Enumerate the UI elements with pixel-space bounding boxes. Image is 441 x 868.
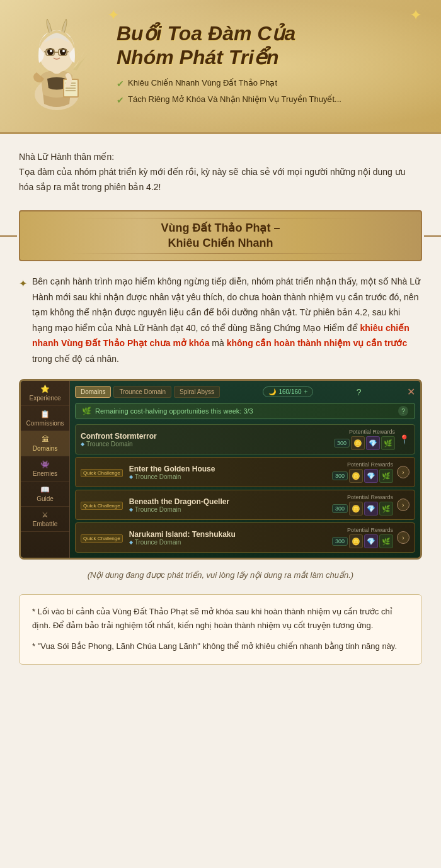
reward-icon-gem-2: 💎 [364, 502, 378, 516]
sidebar-item-experience[interactable]: ⭐ Experience [21, 381, 69, 406]
section-header-1: Vùng Đất Thảo Phạt – Khiêu Chiến Nhanh [19, 210, 422, 261]
sparkle-right-icon: ✦ [410, 6, 422, 24]
cost-banner: 🌿 Remaining cost-halving opportunities t… [75, 403, 415, 419]
domain-info-3: Narukami Island: Tenshukaku ◆ Trounce Do… [129, 530, 328, 546]
hp-bar: 🌙 160/160 + [263, 386, 313, 397]
domain-rewards-2: Potential Rewards 300 🪙 💎 🌿 [332, 494, 393, 516]
reward-icon-leaf-0: 🌿 [381, 436, 395, 450]
domains-icon: 🏛 [23, 435, 67, 444]
domain-item-2[interactable]: Quick Challenge Beneath the Dragon-Quell… [75, 490, 415, 520]
svg-point-6 [62, 50, 65, 52]
reward-icon-coin-0: 🪙 [351, 436, 365, 450]
reward-icon-gem-3: 💎 [364, 534, 378, 548]
reward-icon-gem-1: 💎 [364, 469, 378, 483]
domain-item-0[interactable]: Confront Stormterror ◆ Trounce Domain Po… [75, 424, 415, 454]
red-text-2: không cần hoàn thành nhiệm vụ cần trước [227, 338, 408, 348]
domain-sub-3: ◆ Trounce Domain [129, 539, 328, 546]
domain-sub-0: ◆ Trounce Domain [81, 441, 330, 448]
svg-point-2 [39, 35, 74, 72]
intro-body: Tọa đàm của nhóm phát triển kỳ mới đến r… [19, 165, 422, 195]
sparkle-left-icon: ✦ [107, 6, 120, 24]
commissions-icon: 📋 [23, 410, 67, 419]
domain-sub-2: ◆ Trounce Domain [129, 506, 328, 513]
hp-value: 160/160 [278, 388, 301, 395]
cost-question-icon[interactable]: ? [398, 406, 408, 416]
sidebar-item-guide[interactable]: 📖 Guide [21, 482, 69, 507]
sidebar-item-embattle[interactable]: ⚔ Embattle [21, 507, 69, 532]
arrow-button-2[interactable]: › [397, 499, 410, 511]
game-header-bar: Domains Trounce Domain Spiral Abyss 🌙 16… [75, 386, 415, 398]
help-button[interactable]: ? [357, 387, 362, 397]
cost-icon: 🌿 [82, 407, 91, 415]
sub-diamond-icon-2: ◆ [129, 507, 133, 512]
header-bullets: ✔ Khiêu Chiến Nhanh Vùng Đất Thảo Phạt ✔… [117, 77, 428, 107]
quick-badge-1: Quick Challenge [81, 469, 123, 477]
reward-icon-leaf-2: 🌿 [379, 502, 393, 516]
domain-name-2: Beneath the Dragon-Queller [129, 497, 328, 506]
intro-greeting: Nhà Lữ Hành thân mến: [19, 150, 422, 165]
domain-rewards-3: Potential Rewards 300 🪙 💎 🌿 [332, 527, 393, 548]
sidebar-item-commissions[interactable]: 📋 Commissions [21, 406, 69, 431]
domain-name-0: Confront Stormterror [81, 432, 330, 441]
domain-name-1: Enter the Golden House [129, 465, 328, 473]
svg-line-10 [44, 52, 46, 52]
arrow-button-1[interactable]: › [397, 466, 410, 478]
game-ui-inner: ⭐ Experience 📋 Commissions 🏛 Domains 👾 E… [21, 381, 420, 558]
cost-value-0: 300 [334, 439, 350, 448]
header-title: Buổi Toa Đàm Của Nhóm Phát Triển [117, 21, 428, 70]
cost-value-2: 300 [332, 504, 348, 513]
body-text-content: Bên cạnh hành trình mạo hiểm không ngừng… [32, 274, 422, 366]
sidebar-item-domains[interactable]: 🏛 Domains [21, 431, 69, 456]
arrow-button-3[interactable]: › [397, 531, 410, 544]
footer-note-box: * Lối vào bí cảnh của Vùng Đất Thảo Phạt… [19, 594, 422, 665]
intro-section: Nhà Lữ Hành thân mến: Tọa đàm của nhóm p… [19, 150, 422, 194]
section-title-1: Vùng Đất Thảo Phạt – Khiêu Chiến Nhanh [161, 221, 280, 251]
svg-line-11 [67, 52, 69, 52]
reward-icon-leaf-1: 🌿 [379, 469, 393, 483]
reward-icon-gem-0: 💎 [366, 436, 380, 450]
main-content: Nhà Lữ Hành thân mến: Tọa đàm của nhóm p… [0, 134, 441, 680]
body-paragraph: ✦ Bên cạnh hành trình mạo hiểm không ngừ… [19, 274, 422, 366]
close-button[interactable]: ✕ [407, 386, 415, 398]
reward-icons-1: 300 🪙 💎 🌿 [332, 469, 393, 483]
development-note: (Nội dung đang được phát triển, vui lòng… [19, 569, 422, 582]
domain-item-1[interactable]: Quick Challenge Enter the Golden House ◆… [75, 457, 415, 487]
reward-label-0: Potential Rewards [349, 429, 395, 435]
check-icon-2: ✔ [117, 94, 124, 107]
header-bullet-2: ✔ Tách Riêng Mở Khóa Và Nhận Nhiệm Vụ Tr… [117, 94, 428, 107]
sub-diamond-icon-0: ◆ [81, 441, 84, 447]
check-icon-1: ✔ [117, 78, 124, 91]
domain-sub-1: ◆ Trounce Domain [129, 473, 328, 480]
footer-note-text: * Lối vào bí cảnh của Vùng Đất Thảo Phạt… [32, 605, 409, 654]
domain-list: Confront Stormterror ◆ Trounce Domain Po… [75, 424, 415, 553]
reward-icon-coin-1: 🪙 [349, 469, 363, 483]
header-line-top [71, 218, 371, 218]
diamond-icon: ✦ [19, 275, 27, 366]
reward-label-1: Potential Rewards [347, 461, 393, 468]
guide-icon: 📖 [23, 485, 67, 494]
tab-trounce-domain[interactable]: Trounce Domain [113, 386, 171, 398]
footer-note-1: * Lối vào bí cảnh của Vùng Đất Thảo Phạt… [32, 605, 409, 634]
sidebar-item-enemies[interactable]: 👾 Enemies [21, 456, 69, 482]
character-illustration [13, 13, 107, 120]
moon-icon: 🌙 [268, 388, 276, 395]
domain-rewards-1: Potential Rewards 300 🪙 💎 🌿 [332, 461, 393, 483]
sub-diamond-icon-1: ◆ [129, 474, 133, 480]
quick-badge-2: Quick Challenge [81, 502, 123, 510]
tab-domains[interactable]: Domains [75, 386, 111, 398]
game-main-panel: Domains Trounce Domain Spiral Abyss 🌙 16… [70, 381, 420, 558]
domain-item-3[interactable]: Quick Challenge Narukami Island: Tenshuk… [75, 522, 415, 553]
tab-spiral-abyss[interactable]: Spiral Abyss [174, 386, 220, 398]
header-text-block: Buổi Toa Đàm Của Nhóm Phát Triển ✔ Khiêu… [117, 21, 428, 111]
hp-plus: + [304, 388, 308, 395]
svg-point-5 [50, 50, 52, 52]
reward-icons-2: 300 🪙 💎 🌿 [332, 502, 393, 516]
reward-label-3: Potential Rewards [347, 527, 393, 533]
reward-icons-3: 300 🪙 💎 🌿 [332, 534, 393, 548]
domain-info-2: Beneath the Dragon-Queller ◆ Trounce Dom… [129, 497, 328, 513]
embattle-icon: ⚔ [23, 510, 67, 519]
location-pin-0: 📍 [399, 434, 410, 444]
reward-label-2: Potential Rewards [347, 494, 393, 500]
header-line-bottom [71, 253, 371, 254]
quick-badge-3: Quick Challenge [81, 534, 123, 543]
